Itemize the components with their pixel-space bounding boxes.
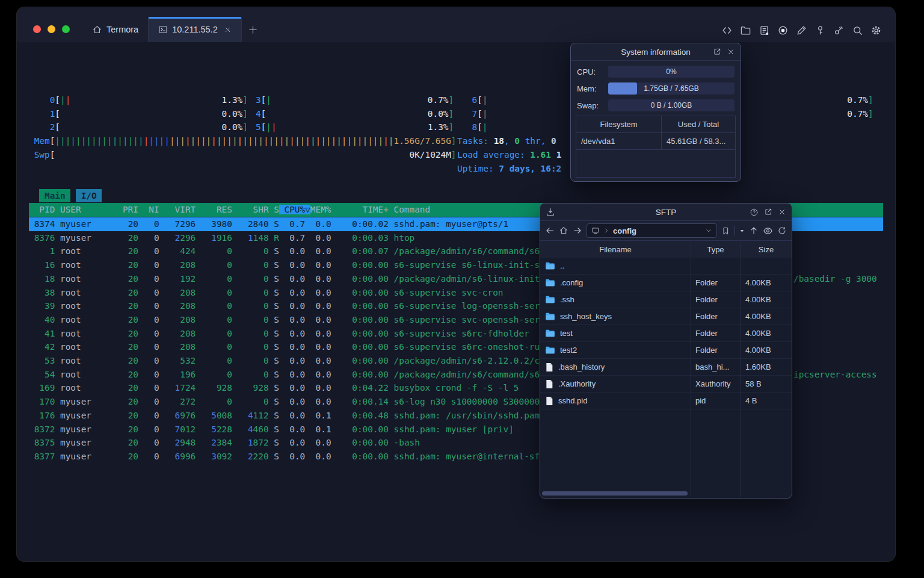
process-row[interactable]: 40 root 20 0 208 0 0 S 0.0 0.0 0:00.00 s… <box>29 313 545 327</box>
file-size: 4.00KB <box>741 291 792 308</box>
folder-icon <box>545 312 555 321</box>
chevron-right-icon <box>603 228 609 234</box>
cpu-meter-2: 2[ 0.0%] <box>29 120 248 134</box>
process-row[interactable]: 16 root 20 0 208 0 0 S 0.0 0.0 0:00.00 s… <box>29 258 545 272</box>
back-icon[interactable] <box>545 226 555 235</box>
code-icon[interactable] <box>721 25 733 36</box>
file-row[interactable]: ssh_host_keysFolder4.00KB <box>540 308 792 325</box>
file-type: Folder <box>691 342 741 358</box>
sysinfo-meter-swap: Swap:0 B / 1.00GB <box>577 99 735 111</box>
forward-icon[interactable] <box>573 226 582 235</box>
process-row[interactable]: 41 root 20 0 208 0 0 S 0.0 0.0 0:00.00 s… <box>29 327 529 341</box>
pencil-icon[interactable] <box>796 25 807 36</box>
process-row[interactable]: 8372 myuser 20 0 7012 5228 4460 S 0.0 0.… <box>29 423 514 437</box>
view-tab-io[interactable]: I/O <box>76 189 102 202</box>
close-icon[interactable] <box>727 48 735 56</box>
zoom-window-button[interactable] <box>62 25 70 33</box>
file-row[interactable]: .configFolder4.00KB <box>540 275 792 291</box>
home-icon[interactable] <box>559 226 568 235</box>
branch-icon[interactable] <box>833 25 845 36</box>
tasks-summary: Tasks: 18, 0 thr, 0 <box>457 134 561 148</box>
log-icon[interactable] <box>759 25 770 36</box>
file-row[interactable]: .bash_historybash_hi...1.60KB <box>540 359 792 376</box>
tab-ssh-session[interactable]: 10.211.55.2 <box>148 17 242 42</box>
bookmark-menu-icon[interactable] <box>739 228 745 234</box>
process-row[interactable]: 39 root 20 0 208 0 0 S 0.0 0.0 0:00.00 s… <box>29 299 545 313</box>
process-row[interactable]: 8376 myuser 20 0 2296 1916 1148 R 0.7 0.… <box>29 231 414 245</box>
refresh-icon[interactable] <box>777 226 787 235</box>
close-icon[interactable] <box>778 208 786 216</box>
tab-termora[interactable]: Termora <box>82 17 148 42</box>
sftp-column-header-type[interactable]: Type <box>691 241 741 258</box>
file-row[interactable]: .. <box>540 258 792 275</box>
meter-bar: 0 B / 1.00GB <box>608 99 735 111</box>
show-hidden-eye-icon[interactable] <box>763 226 773 236</box>
filesystem-table-header[interactable]: Used / Total <box>662 116 735 132</box>
sftp-column-header-size[interactable]: Size <box>741 241 792 258</box>
meter-bar: 1.75GB / 7.65GB <box>608 82 735 95</box>
open-in-window-icon[interactable] <box>713 48 721 56</box>
process-row[interactable]: 1 root 20 0 424 0 0 S 0.0 0.0 0:00.07 /p… <box>29 244 545 258</box>
toolbar-divider <box>735 226 735 235</box>
meter-value: 0% <box>608 66 735 78</box>
filesystem-table-header[interactable]: Filesystem <box>576 116 662 132</box>
path-breadcrumb[interactable]: config <box>587 223 717 238</box>
file-size: 1.60KB <box>741 359 792 375</box>
terminal-icon <box>158 25 168 34</box>
filesystem-row[interactable]: /dev/vda145.61GB / 58.3... <box>576 133 735 150</box>
process-row[interactable]: 176 myuser 20 0 6976 5008 4112 S 0.0 0.1… <box>29 409 540 423</box>
download-icon[interactable] <box>546 204 555 220</box>
sort-column-cpu[interactable]: CPU%▽ <box>279 205 310 214</box>
file-type: bash_hi... <box>691 359 741 375</box>
file-row[interactable]: .XauthorityXauthority58 B <box>540 376 792 393</box>
column-divider <box>691 240 691 497</box>
app-window: Termora 10.211.55.2 <box>17 7 895 561</box>
settings-gear-icon[interactable] <box>870 25 882 36</box>
process-row[interactable]: 38 root 20 0 208 0 0 S 0.0 0.0 0:00.00 s… <box>29 286 504 300</box>
file-row[interactable]: sshd.pidpid4 B <box>540 393 792 409</box>
close-tab-icon[interactable] <box>224 26 232 34</box>
folder-icon <box>545 346 555 355</box>
search-icon[interactable] <box>852 25 863 36</box>
bookmark-icon[interactable] <box>721 226 730 235</box>
filesystem-table: FilesystemUsed / Total/dev/vda145.61GB /… <box>576 116 736 178</box>
file-type: Folder <box>691 275 741 291</box>
open-in-window-icon[interactable] <box>764 208 772 216</box>
sftp-panel: SFTP config Filenam <box>540 203 792 499</box>
file-row[interactable]: test2Folder4.00KB <box>540 342 792 359</box>
process-row[interactable]: 8377 myuser 20 0 6996 3092 2220 S 0.0 0.… <box>29 450 545 464</box>
upload-icon[interactable] <box>749 226 759 235</box>
swap-meter: Swp[ 0K/1024M] <box>29 148 456 162</box>
process-row[interactable]: 54 root 20 0 196 0 0 S 0.0 0.0 0:00.00 /… <box>29 368 545 382</box>
sftp-column-header-filename[interactable]: Filename <box>540 241 691 258</box>
help-icon[interactable] <box>750 208 759 217</box>
view-tab-main[interactable]: Main <box>39 189 70 202</box>
file-name: test <box>560 329 573 338</box>
sftp-toolbar: config <box>540 221 792 241</box>
titlebar-toolbar <box>721 25 882 36</box>
sftp-header: SFTP <box>540 204 792 221</box>
process-row[interactable]: 53 root 20 0 532 0 0 S 0.0 0.0 0:00.00 /… <box>29 354 545 368</box>
key-icon[interactable] <box>815 25 826 36</box>
file-size <box>741 258 792 274</box>
folder-icon[interactable] <box>740 25 751 36</box>
cpu-meter-4: 4[ 0.0%] <box>256 107 454 121</box>
process-row[interactable]: 18 root 20 0 192 0 0 S 0.0 0.0 0:00.00 /… <box>29 272 545 286</box>
horizontal-scrollbar[interactable] <box>542 491 688 496</box>
file-row[interactable]: .sshFolder4.00KB <box>540 291 792 308</box>
new-tab-button[interactable] <box>242 17 265 42</box>
process-row[interactable]: 8375 myuser 20 0 2948 2384 1872 S 0.0 0.… <box>29 436 420 450</box>
process-row[interactable]: 169 root 20 0 1724 928 928 S 0.0 0.0 0:0… <box>29 381 519 395</box>
file-name: .config <box>560 278 583 287</box>
chevron-down-icon[interactable] <box>705 227 712 234</box>
process-row[interactable]: 170 myuser 20 0 272 0 0 S 0.0 0.0 0:00.1… <box>29 395 545 409</box>
current-directory: config <box>613 226 636 235</box>
minimize-window-button[interactable] <box>48 25 55 33</box>
close-window-button[interactable] <box>33 25 41 33</box>
file-row[interactable]: testFolder4.00KB <box>540 325 792 342</box>
filesystem-usage: 45.61GB / 58.3... <box>662 133 735 149</box>
folder-icon <box>545 329 555 338</box>
record-icon[interactable] <box>777 25 789 36</box>
sysinfo-meter-cpu: CPU:0% <box>577 66 735 78</box>
process-row[interactable]: 42 root 20 0 208 0 0 S 0.0 0.0 0:00.00 s… <box>29 340 545 354</box>
